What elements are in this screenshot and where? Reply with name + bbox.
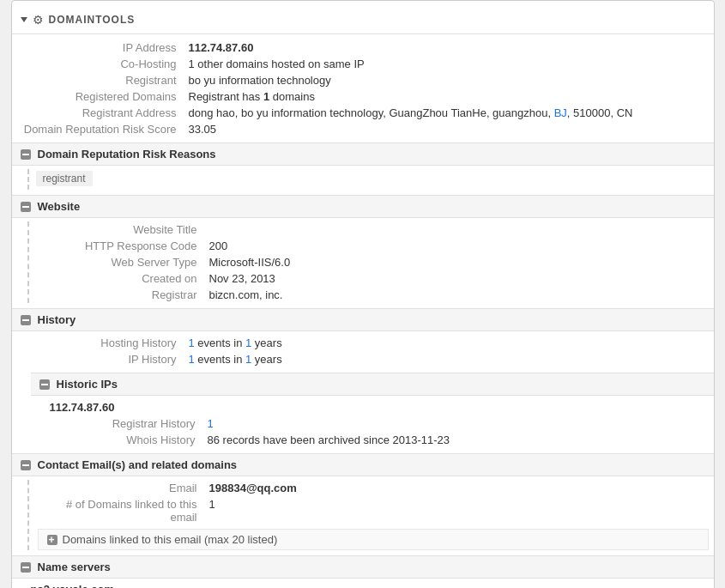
ip-info-table: IP Address 112.74.87.60 Co-Hosting 1 oth… <box>12 39 714 137</box>
registrant-tag: registrant <box>36 171 93 186</box>
panel-title: DOMAINTOOLS <box>49 14 136 26</box>
hosting-years-link[interactable]: 1 <box>245 336 251 349</box>
email-label: Email <box>33 480 204 496</box>
panel-header: ⚙ DOMAINTOOLS <box>12 9 714 34</box>
ip-address-value: 112.74.87.60 <box>184 39 714 56</box>
reputation-risk-value: 33.05 <box>184 121 714 137</box>
domains-count-row: # of Domains linked to this email 1 <box>33 496 714 525</box>
contact-subsection: Email 198834@qq.com # of Domains linked … <box>27 480 714 550</box>
website-title-value <box>204 221 714 238</box>
registrar-label: Registrar <box>33 287 204 303</box>
whois-history-row: Whois History 86 records have been archi… <box>31 432 714 448</box>
registrant-address-value: dong hao, bo yu information technology, … <box>184 105 714 121</box>
domains-linked-expand[interactable]: Domains linked to this email (max 20 lis… <box>38 529 709 550</box>
plus-icon <box>47 535 57 545</box>
cohosting-value: 1 other domains hosted on same IP <box>184 56 714 72</box>
bj-link[interactable]: BJ <box>554 106 567 119</box>
contact-minus-icon <box>21 460 31 470</box>
hosting-events-link[interactable]: 1 <box>189 336 195 349</box>
registrar-history-value: 1 <box>202 415 714 432</box>
created-on-value: Nov 23, 2013 <box>204 270 714 287</box>
http-response-value: 200 <box>204 238 714 254</box>
website-section-title: Website <box>38 200 81 213</box>
registrar-value: bizcn.com, inc. <box>204 287 714 303</box>
registrar-history-row: Registrar History 1 <box>31 415 714 432</box>
website-info-table: Website Title HTTP Response Code 200 Web… <box>33 221 714 303</box>
reputation-section-title: Domain Reputation Risk Reasons <box>38 148 216 161</box>
hosting-history-label: Hosting History <box>12 335 184 351</box>
history-section-title: History <box>38 313 76 326</box>
whois-history-label: Whois History <box>31 432 202 448</box>
contact-table: Email 198834@qq.com # of Domains linked … <box>33 480 714 525</box>
contact-section-header[interactable]: Contact Email(s) and related domains <box>12 453 714 476</box>
domains-count-label: # of Domains linked to this email <box>33 496 204 525</box>
historic-ips-minus-icon <box>39 379 50 390</box>
registrar-history-label: Registrar History <box>31 415 202 432</box>
nameservers-content: ns3.yovole.com ns4.yovole.com Screenshot… <box>12 582 714 588</box>
created-on-label: Created on <box>33 270 204 287</box>
historic-ips-container: Historic IPs 112.74.87.60 Registrar Hist… <box>31 373 714 448</box>
ip-years-link[interactable]: 1 <box>245 353 251 366</box>
cohosting-label: Co-Hosting <box>12 56 184 72</box>
registered-domains-row: Registered Domains Registrant has 1 doma… <box>12 88 714 105</box>
registrant-value: bo yu information technology <box>184 72 714 88</box>
ip-history-value: 1 events in 1 years <box>184 351 714 367</box>
registered-domains-label: Registered Domains <box>12 88 184 105</box>
reputation-risk-row: Domain Reputation Risk Score 33.05 <box>12 121 714 137</box>
history-table: Hosting History 1 events in 1 years IP H… <box>12 335 714 367</box>
reputation-risk-label: Domain Reputation Risk Score <box>12 121 184 137</box>
minus-icon <box>21 149 31 160</box>
registrant-row: Registrant bo yu information technology <box>12 72 714 88</box>
historic-ips-title: Historic IPs <box>57 378 118 391</box>
website-title-row: Website Title <box>33 221 714 238</box>
registered-domains-value: Registrant has 1 domains <box>184 88 714 105</box>
nameservers-section-title: Name servers <box>38 561 111 573</box>
contact-section-title: Contact Email(s) and related domains <box>38 458 238 471</box>
email-row: Email 198834@qq.com <box>33 480 714 496</box>
registrant-label: Registrant <box>12 72 184 88</box>
cohosting-row: Co-Hosting 1 other domains hosted on sam… <box>12 56 714 72</box>
history-minus-icon <box>21 315 31 325</box>
domaintools-icon: ⚙ <box>33 13 44 27</box>
web-server-value: Microsoft-IIS/6.0 <box>204 254 714 270</box>
hosting-history-row: Hosting History 1 events in 1 years <box>12 335 714 351</box>
reputation-subsection: registrant <box>27 169 714 190</box>
ip-events-link[interactable]: 1 <box>189 353 195 366</box>
whois-history-value: 86 records have been archived since 2013… <box>202 432 714 448</box>
hosting-history-value: 1 events in 1 years <box>184 335 714 351</box>
registrar-history-link[interactable]: 1 <box>208 417 214 430</box>
domains-count-value: 1 <box>204 496 714 525</box>
historic-ips-header[interactable]: Historic IPs <box>31 373 714 396</box>
registrant-address-row: Registrant Address dong hao, bo yu infor… <box>12 105 714 121</box>
historic-ips-table: Registrar History 1 Whois History 86 rec… <box>31 415 714 448</box>
http-response-row: HTTP Response Code 200 <box>33 238 714 254</box>
nameservers-section-header[interactable]: Name servers <box>12 555 714 579</box>
domains-linked-label: Domains linked to this email (max 20 lis… <box>63 533 278 546</box>
registrar-row: Registrar bizcn.com, inc. <box>33 287 714 303</box>
web-server-row: Web Server Type Microsoft-IIS/6.0 <box>33 254 714 270</box>
ip-address-label: IP Address <box>12 39 184 56</box>
website-title-label: Website Title <box>33 221 204 238</box>
collapse-icon[interactable] <box>21 17 27 22</box>
website-subsection: Website Title HTTP Response Code 200 Web… <box>27 221 714 303</box>
ns1-value: ns3.yovole.com <box>12 582 714 588</box>
website-section-header[interactable]: Website <box>12 195 714 218</box>
historic-ip-address: 112.74.87.60 <box>31 399 714 415</box>
email-value: 198834@qq.com <box>204 480 714 496</box>
web-server-label: Web Server Type <box>33 254 204 270</box>
created-on-row: Created on Nov 23, 2013 <box>33 270 714 287</box>
reputation-section-header[interactable]: Domain Reputation Risk Reasons <box>12 142 714 166</box>
historic-ips-content: 112.74.87.60 Registrar History 1 Whois H… <box>31 399 714 448</box>
ip-address-row: IP Address 112.74.87.60 <box>12 39 714 56</box>
http-response-label: HTTP Response Code <box>33 238 204 254</box>
history-section-header[interactable]: History <box>12 308 714 331</box>
main-panel: ⚙ DOMAINTOOLS IP Address 112.74.87.60 Co… <box>11 0 715 588</box>
registrant-address-label: Registrant Address <box>12 105 184 121</box>
website-minus-icon <box>21 202 31 212</box>
ip-history-row: IP History 1 events in 1 years <box>12 351 714 367</box>
ip-history-label: IP History <box>12 351 184 367</box>
nameservers-minus-icon <box>21 562 31 573</box>
